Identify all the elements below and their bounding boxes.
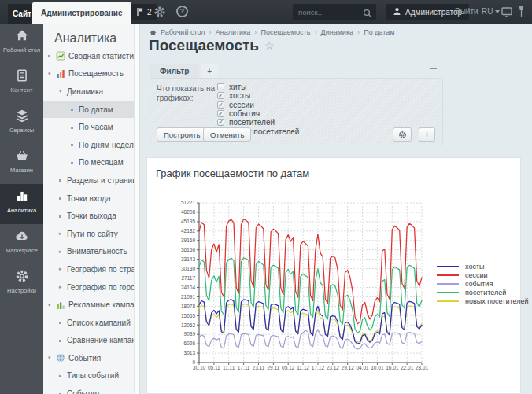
menu-item[interactable]: Точки входа — [43, 190, 135, 208]
filter-tab[interactable]: Фильтр — [150, 64, 199, 78]
y-tick-label: 30130 — [181, 266, 195, 271]
filter-option-label: посетителей — [229, 118, 275, 127]
rail-item[interactable]: Аналитика — [0, 184, 43, 224]
person-icon — [393, 7, 401, 17]
rail-item-label: Сервисы — [0, 127, 43, 134]
x-tick-label: 05.11 — [208, 365, 220, 370]
rail-item[interactable]: Marketplace — [0, 224, 43, 264]
menu-item[interactable]: Сравнение кампаний — [43, 332, 135, 350]
page-title: Посещаемость — [149, 37, 259, 54]
filter-add-field-button[interactable]: + — [419, 127, 435, 142]
bullet-icon — [59, 177, 67, 183]
x-tick-label: 11.12 — [297, 365, 309, 370]
menu-item[interactable]: Точки выхода — [43, 207, 135, 225]
menu-item-label: Пути по сайту — [67, 230, 118, 238]
cancel-button[interactable]: Отменить — [203, 127, 251, 142]
chart-title: График посещаемости по датам — [156, 168, 309, 179]
filter-option-checkbox[interactable] — [217, 83, 224, 90]
search-input[interactable] — [293, 4, 364, 20]
x-tick-label: 23.11 — [253, 365, 265, 370]
breadcrumb-link[interactable]: Аналитика — [216, 28, 251, 36]
menu-item[interactable]: По дням недели — [43, 136, 135, 154]
y-tick-label: 27117 — [181, 275, 195, 281]
menu-item[interactable]: ▾Динамика — [43, 83, 135, 101]
menu-item[interactable]: ▸География по городам — [43, 278, 135, 296]
bullet-icon — [71, 106, 79, 112]
filter-option-checkbox[interactable]: ✓ — [217, 119, 224, 126]
menu-resize-handle[interactable] — [134, 24, 139, 394]
filter-option[interactable]: ✓хосты — [217, 91, 299, 100]
menu-item[interactable]: ▸Пути по сайту — [43, 225, 135, 243]
filter-option[interactable]: ✓сессии — [217, 101, 299, 109]
chart-card: График посещаемости по датам 03013602690… — [146, 157, 521, 394]
menu-item[interactable]: ▸Внимательность — [43, 243, 135, 261]
filter-settings-button[interactable] — [393, 127, 412, 142]
menu-item[interactable]: ▸География по странам — [43, 260, 135, 278]
filter-option[interactable]: ✓посетителей — [217, 118, 299, 127]
chart-legend: хостысессиисобытияпосетителейновых посет… — [437, 262, 528, 306]
expand-triangle-icon: ▸ — [59, 230, 67, 237]
breadcrumb-link[interactable]: Посещаемость — [260, 28, 310, 36]
filter-option[interactable]: ✓события — [217, 109, 299, 118]
logout-link[interactable]: Выйти — [455, 7, 478, 16]
legend-label: посетителей — [465, 289, 506, 296]
menu-item[interactable]: Сводная статистика — [43, 47, 135, 65]
rail-item[interactable]: Рабочий стол — [0, 24, 43, 64]
module-rail: Рабочий столКонтентСервисыМагазинАналити… — [0, 24, 43, 394]
expand-triangle-icon: ▸ — [59, 249, 67, 255]
y-tick-label: 45195 — [181, 219, 195, 224]
add-filter-tab[interactable]: + — [201, 64, 218, 78]
notifications-count: 2 — [147, 8, 152, 17]
document-icon — [15, 68, 29, 83]
traffic-stats-icon — [56, 69, 65, 79]
menu-item[interactable]: Разделы и страницы — [43, 171, 135, 190]
menu-title: Аналитика — [54, 31, 116, 46]
menu-item[interactable]: ▸Типы событий — [43, 367, 135, 385]
desktop-monitor-button[interactable] — [501, 6, 512, 20]
rail-item[interactable]: Сервисы — [0, 104, 43, 144]
legend-item: посетителей — [437, 289, 528, 297]
pin-button[interactable] — [518, 6, 525, 20]
cloud-download-icon — [15, 229, 29, 243]
rail-item-label: Контент — [0, 87, 43, 94]
help-button[interactable]: ? — [176, 6, 188, 17]
breadcrumb-home-icon[interactable] — [150, 29, 157, 36]
filter-collapse-button[interactable] — [430, 68, 437, 69]
filter-option[interactable]: хиты — [217, 83, 299, 91]
language-selector[interactable]: RU — [482, 7, 500, 16]
menu-item-label: По месяцам — [79, 158, 124, 167]
rail-item[interactable]: Настройки — [0, 264, 43, 304]
legend-label: события — [465, 280, 493, 288]
breadcrumb-link[interactable]: Динамика — [321, 28, 353, 36]
filter-option-checkbox[interactable]: ✓ — [217, 101, 224, 109]
breadcrumb-link[interactable]: По датам — [364, 28, 394, 36]
build-button[interactable]: Построить — [157, 127, 207, 142]
admin-tab[interactable]: Администрирование — [32, 2, 131, 24]
menu-item[interactable]: События — [43, 385, 135, 394]
bar-chart-icon — [15, 189, 29, 203]
filter-option-checkbox[interactable]: ✓ — [217, 92, 224, 99]
y-tick-label: 21091 — [181, 294, 195, 300]
rail-item-label: Рабочий стол — [0, 47, 43, 53]
notifications-button[interactable]: 2 — [131, 4, 157, 20]
menu-item[interactable]: ▾События — [43, 349, 135, 367]
filter-option-checkbox[interactable]: ✓ — [217, 110, 224, 117]
menu-item[interactable]: ▾Рекламные кампании — [43, 296, 135, 314]
menu-item-label: Рекламные кампании — [68, 300, 140, 309]
search-icon[interactable] — [363, 7, 372, 17]
menu-item[interactable]: По датам — [43, 101, 135, 119]
rail-item[interactable]: Контент — [0, 64, 43, 104]
y-tick-label: 51221 — [181, 200, 195, 205]
bullet-icon — [59, 337, 67, 344]
x-tick-label: 17.12 — [312, 365, 325, 370]
breadcrumb-link[interactable]: Рабочий стол — [161, 28, 205, 36]
menu-item[interactable]: По месяцам — [43, 154, 135, 172]
favorite-star-icon[interactable]: ☆ — [264, 39, 275, 52]
menu-item[interactable]: Список кампаний — [43, 314, 135, 332]
settings-gear-button[interactable] — [153, 6, 166, 18]
menu-item[interactable]: ▾Посещаемость — [43, 65, 135, 83]
menu-item[interactable]: По часам — [43, 118, 135, 136]
rail-item[interactable]: Магазин — [0, 144, 43, 184]
menu-item-label: Точки выхода — [67, 212, 116, 220]
rail-item-label: Магазин — [0, 168, 43, 174]
